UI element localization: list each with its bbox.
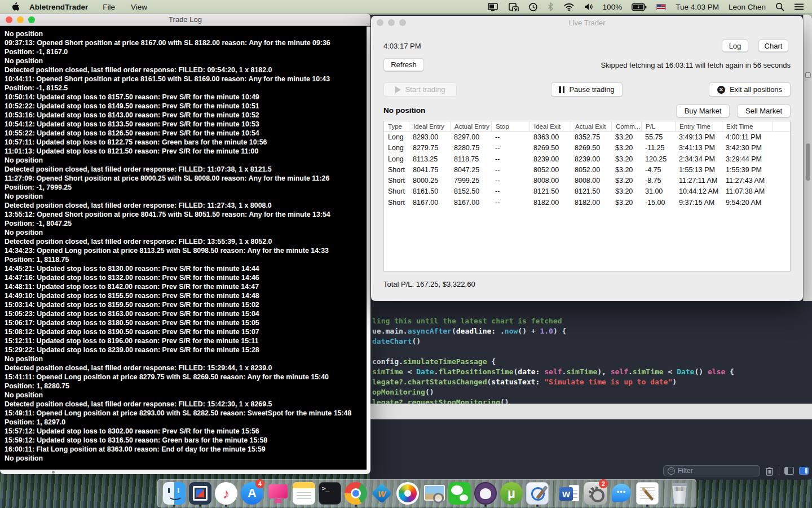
sell-market-button[interactable]: Sell Market [737, 104, 791, 117]
column-header[interactable]: P/L [641, 121, 675, 132]
table-row[interactable]: Long8113.258118.75--8239.008239.00$3.201… [384, 154, 790, 165]
column-header[interactable]: Ideal Exit [529, 121, 571, 132]
vertical-scrollbar[interactable] [367, 27, 370, 470]
zoom-button[interactable] [399, 19, 406, 26]
filter-input[interactable]: Filter [663, 465, 760, 476]
dock-item-word[interactable] [557, 480, 582, 507]
table-row[interactable]: Short8000.257999.25--8008.008008.00$3.20… [384, 176, 790, 186]
trade-log-lines[interactable]: No position09:37:13: Opened Short positi… [0, 27, 367, 470]
log-line: 15:49:11: Opened Long position at price … [5, 409, 363, 418]
app-menu-title[interactable]: AbletrendTrader [29, 3, 88, 11]
dock-item-messages[interactable] [608, 480, 634, 507]
dock-item-textedit[interactable] [634, 480, 660, 507]
table-row[interactable]: Long8279.758280.75--8269.508269.50$3.20-… [384, 143, 790, 154]
column-header-filler [773, 121, 790, 132]
table-cell: $3.20 [611, 176, 641, 186]
column-header[interactable]: Actual Exit [571, 121, 611, 132]
wifi-icon[interactable] [563, 3, 575, 11]
finder-icon [163, 482, 186, 505]
column-header[interactable]: Stop [491, 121, 529, 132]
bluetooth-icon[interactable] [548, 2, 554, 11]
dock-item-webull[interactable] [369, 480, 395, 507]
window-title: Trade Log [169, 15, 202, 24]
trade-log-titlebar[interactable]: Trade Log [0, 14, 370, 26]
table-cell: 1:55:13 PM [675, 165, 722, 176]
close-button[interactable] [6, 16, 12, 23]
trash-icon[interactable] [765, 466, 774, 476]
table-row[interactable]: Short8041.758047.25--8052.008052.00$3.20… [384, 165, 790, 176]
table-row[interactable]: Short8161.508152.50--8121.508121.50$3.20… [384, 186, 790, 197]
zoom-button[interactable] [28, 16, 35, 23]
column-header[interactable]: Ideal Entry [409, 121, 450, 132]
positions-table[interactable]: TypeIdeal EntryActual EntryStopIdeal Exi… [383, 121, 791, 271]
code-editor[interactable]: ling this until the latest chart is fetc… [370, 301, 812, 418]
column-header[interactable]: Type [384, 121, 409, 132]
input-source-flag-icon[interactable] [656, 4, 666, 10]
live-trader-titlebar[interactable]: Live Trader [371, 16, 803, 29]
apple-icon [11, 2, 19, 12]
dock-item-terminal[interactable] [317, 480, 343, 507]
preview-icon [422, 482, 445, 505]
exit-all-positions-button[interactable]: ✕ Exit all positions [709, 82, 791, 97]
dock-item-wechat[interactable] [447, 480, 473, 507]
log-line: 15:57:12: Updated stop loss to 8302.00 r… [5, 427, 363, 436]
dock-item-trash[interactable] [667, 480, 692, 507]
xcode-console[interactable]: Filter [370, 419, 812, 480]
dock-item-app-store[interactable]: 4 [239, 480, 265, 507]
dock-item-music[interactable] [213, 480, 239, 507]
dock-item-xcode[interactable] [524, 480, 550, 507]
horizontal-scrollbar[interactable] [0, 470, 370, 474]
dock-item-system-preferences[interactable]: 2 [582, 480, 608, 507]
table-row[interactable]: Long8293.008297.00--8363.008352.75$3.205… [384, 132, 790, 143]
dock-item-photos[interactable] [395, 480, 421, 507]
table-cell: 1:55:39 PM [722, 165, 773, 176]
column-header[interactable]: Actual Entry [450, 121, 491, 132]
time-machine-icon[interactable] [528, 2, 538, 12]
dock-item-github[interactable] [473, 480, 498, 507]
refresh-button[interactable]: Refresh [383, 58, 424, 71]
scrollbar-thumb[interactable] [806, 143, 810, 181]
spotlight-search-icon[interactable] [775, 2, 784, 11]
dock-item-vmware-fusion[interactable] [187, 480, 213, 507]
dock-item-notes[interactable] [291, 480, 317, 507]
desktop: ling this until the latest chart is fetc… [0, 0, 812, 508]
table-row[interactable]: Short8167.008167.00--8182.008182.00$3.20… [384, 198, 790, 208]
minimize-button[interactable] [388, 19, 395, 26]
dock-item-utorrent[interactable] [498, 480, 524, 507]
volume-icon[interactable] [584, 3, 593, 11]
start-trading-button[interactable]: Start trading [383, 82, 457, 97]
dock-item-chrome[interactable] [343, 480, 369, 507]
screen-mirroring-icon[interactable] [509, 3, 519, 11]
table-cell: Short [384, 176, 409, 186]
log-line: Position: -1, 7999.25 [5, 183, 363, 192]
console-left-panel-icon[interactable] [784, 467, 794, 475]
dock-item-cleanmymac[interactable] [265, 480, 291, 507]
column-header[interactable]: Entry Time [675, 121, 722, 132]
battery-icon[interactable] [632, 3, 647, 11]
terminal-icon [319, 482, 341, 505]
log-line: Position: 1, 8280.75 [5, 382, 363, 391]
menu-view[interactable]: View [131, 3, 147, 11]
close-button[interactable] [377, 19, 383, 26]
table-cell: $3.20 [611, 132, 641, 143]
menu-clock[interactable]: Tue 4:03 PM [676, 3, 719, 11]
notification-center-icon[interactable] [794, 3, 804, 11]
column-header[interactable]: Exit Time [722, 121, 773, 132]
dock-item-preview[interactable] [421, 480, 447, 507]
wechat-icon [448, 482, 471, 505]
table-cell: 3:29:44 PM [722, 154, 773, 165]
table-cell: 8239.00 [529, 154, 571, 165]
console-right-panel-icon[interactable] [799, 467, 809, 475]
pause-trading-button[interactable]: Pause trading [551, 82, 623, 97]
log-line: Detected position closed, last filled or… [5, 165, 363, 174]
apple-menu[interactable] [0, 2, 29, 12]
log-button[interactable]: Log [722, 40, 748, 52]
dock-item-finder[interactable] [161, 480, 187, 507]
minimize-button[interactable] [17, 16, 24, 23]
chart-button[interactable]: Chart [758, 40, 788, 52]
buy-market-button[interactable]: Buy Market [676, 104, 730, 117]
menu-file[interactable]: File [103, 3, 115, 11]
user-menu[interactable]: Leon Chen [729, 3, 766, 11]
column-header[interactable]: Comm... [611, 121, 641, 132]
display-icon[interactable] [488, 3, 499, 11]
